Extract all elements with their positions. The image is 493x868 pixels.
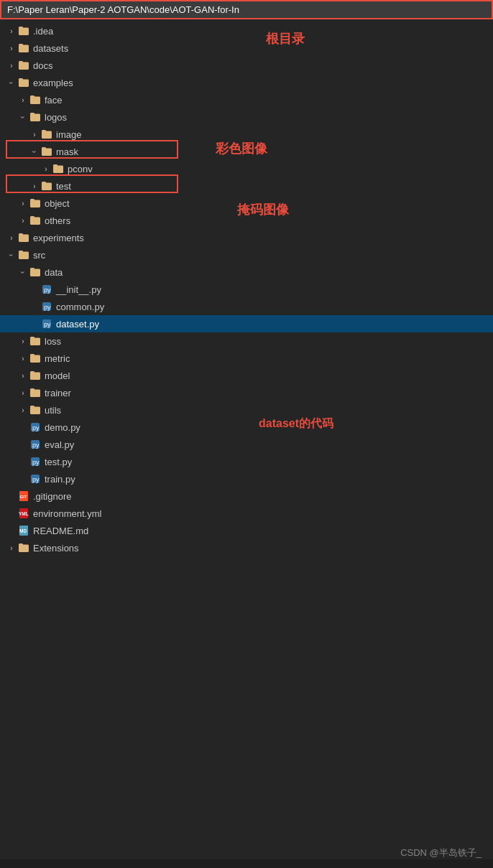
tree-item-test-folder[interactable]: test (0, 177, 493, 195)
chevron-icon (6, 249, 17, 261)
tree-item-train-py[interactable]: py train.py (0, 470, 493, 487)
chevron-icon (6, 232, 17, 243)
chevron-icon (17, 94, 29, 106)
chevron-icon (17, 335, 29, 347)
item-label: __init__.py (56, 284, 101, 295)
item-label: metric (45, 353, 70, 364)
tree-item-metric[interactable]: metric (0, 350, 493, 367)
chevron-icon (6, 60, 17, 71)
tree-item-examples[interactable]: examples (0, 74, 493, 91)
chevron-icon (6, 42, 17, 54)
item-label: logos (45, 112, 67, 123)
tree-item-object[interactable]: object (0, 195, 493, 212)
item-label: src (33, 250, 45, 261)
python-file-icon: py (40, 301, 53, 312)
item-label: trainer (45, 388, 71, 398)
chevron-icon (17, 266, 29, 278)
tree-item-model[interactable]: model (0, 367, 493, 384)
tree-item-data[interactable]: data (0, 263, 493, 281)
tree-item-env-yml[interactable]: YML environment.yml (0, 505, 493, 522)
chevron-icon (6, 77, 17, 88)
item-label: others (45, 215, 70, 226)
folder-icon (29, 387, 42, 398)
tree-item-idea[interactable]: .idea (0, 22, 493, 39)
chevron-icon (17, 353, 29, 364)
folder-icon (40, 146, 53, 157)
chevron-icon (29, 180, 40, 192)
item-label: dataset.py (56, 319, 99, 330)
item-label: image (56, 129, 81, 140)
tree-item-face[interactable]: face (0, 91, 493, 108)
item-label: Extensions (33, 543, 79, 554)
item-label: environment.yml (33, 508, 101, 519)
folder-icon (17, 77, 30, 88)
folder-icon (40, 180, 53, 192)
tree-item-utils[interactable]: utils (0, 401, 493, 419)
folder-icon (29, 111, 42, 123)
tree-item-dataset-py[interactable]: py dataset.py (0, 315, 493, 332)
folder-icon (29, 404, 42, 416)
chevron-icon (29, 146, 40, 157)
file-tree: .idea datasets docs examples face logos (0, 19, 493, 859)
folder-icon (29, 266, 42, 278)
item-label: data (45, 267, 63, 278)
tree-item-datasets[interactable]: datasets (0, 39, 493, 57)
folder-icon (52, 163, 65, 174)
folder-icon (29, 215, 42, 226)
chevron-icon (6, 25, 17, 37)
tree-item-extensions[interactable]: Extensions (0, 539, 493, 556)
python-file-icon: py (40, 318, 53, 330)
tree-item-experiments[interactable]: experiments (0, 229, 493, 246)
item-label: experiments (33, 233, 84, 243)
item-label: loss (45, 336, 61, 347)
tree-item-src[interactable]: src (0, 246, 493, 263)
item-label: docs (33, 60, 52, 71)
title-text: F:\Paper Leran\Paper-2 AOTGAN\code\AOT-G… (7, 4, 239, 15)
python-file-icon: py (29, 421, 42, 433)
svg-text:YML: YML (19, 511, 29, 516)
item-label: eval.py (45, 439, 74, 450)
title-bar: F:\Paper Leran\Paper-2 AOTGAN\code\AOT-G… (0, 0, 493, 19)
tree-item-init-py[interactable]: py __init__.py (0, 281, 493, 298)
tree-item-docs[interactable]: docs (0, 57, 493, 74)
item-label: .idea (33, 26, 53, 37)
item-label: mask (56, 146, 78, 157)
item-label: common.py (56, 302, 104, 312)
tree-item-demo-py[interactable]: py demo.py (0, 419, 493, 436)
tree-item-others[interactable]: others (0, 212, 493, 229)
tree-item-gitignore[interactable]: GIT .gitignore (0, 487, 493, 505)
svg-text:MD: MD (19, 528, 27, 533)
md-file-icon: MD (17, 525, 30, 536)
tree-item-readme-md[interactable]: MD README.md (0, 522, 493, 539)
python-file-icon: py (29, 439, 42, 450)
item-label: model (45, 370, 70, 381)
tree-item-test-py[interactable]: py test.py (0, 453, 493, 470)
item-label: demo.py (45, 422, 80, 433)
tree-item-common-py[interactable]: py common.py (0, 298, 493, 315)
tree-item-mask[interactable]: mask (0, 143, 493, 160)
svg-text:py: py (44, 304, 51, 311)
git-file-icon: GIT (17, 490, 30, 502)
chevron-icon (29, 129, 40, 140)
chevron-icon (17, 215, 29, 226)
tree-item-loss[interactable]: loss (0, 332, 493, 350)
item-label: examples (33, 78, 73, 88)
item-label: datasets (33, 43, 68, 54)
chevron-icon (17, 197, 29, 209)
svg-text:GIT: GIT (20, 495, 27, 499)
chevron-icon (17, 370, 29, 381)
tree-item-trainer[interactable]: trainer (0, 384, 493, 401)
item-label: pconv (68, 164, 93, 174)
folder-icon (17, 25, 30, 37)
item-label: .gitignore (33, 491, 71, 502)
tree-item-logos[interactable]: logos (0, 108, 493, 126)
item-label: test.py (45, 457, 72, 467)
folder-icon (17, 232, 30, 243)
folder-icon (17, 60, 30, 71)
tree-item-pconv[interactable]: pconv (0, 160, 493, 177)
folder-icon (29, 353, 42, 364)
tree-item-image[interactable]: image (0, 126, 493, 143)
folder-icon (29, 197, 42, 209)
item-label: README.md (33, 526, 88, 536)
tree-item-eval-py[interactable]: py eval.py (0, 436, 493, 453)
